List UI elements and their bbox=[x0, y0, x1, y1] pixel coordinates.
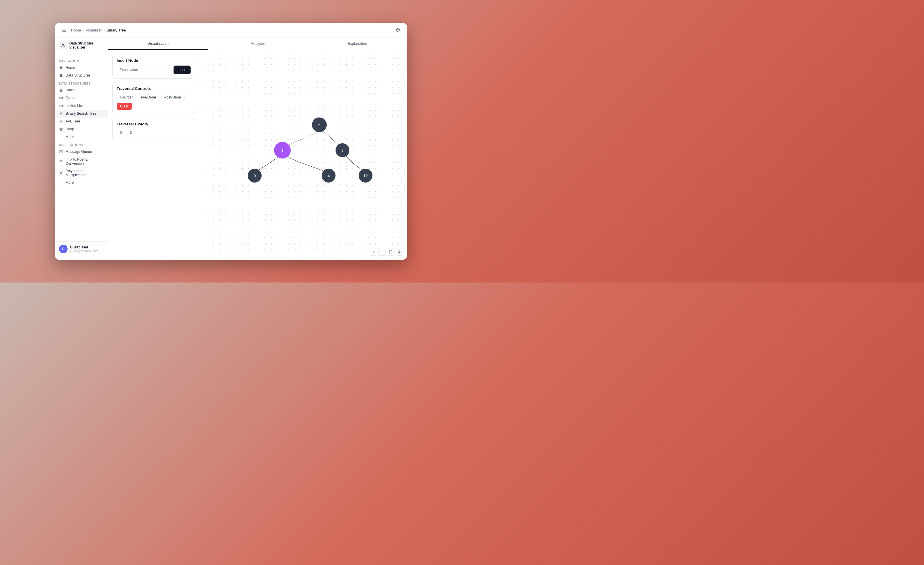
svg-rect-1 bbox=[62, 30, 66, 31]
avl-icon bbox=[59, 119, 63, 124]
sidebar: Data Structure Visualizer Navigation Hom… bbox=[55, 38, 108, 260]
app-logo: Data Structure Visualizer bbox=[55, 41, 108, 54]
sidebar-item-bst[interactable]: Binary Search Tree bbox=[55, 110, 108, 117]
svg-rect-10 bbox=[60, 90, 63, 90]
insert-button[interactable]: Insert bbox=[174, 66, 190, 74]
tab-explanation[interactable]: Explanation bbox=[308, 38, 407, 50]
svg-rect-9 bbox=[60, 89, 63, 89]
sidebar-item-home[interactable]: Home bbox=[55, 64, 108, 72]
sidebar-item-ds-label: Data Structures bbox=[66, 74, 91, 77]
svg-point-5 bbox=[63, 46, 64, 47]
traversal-controls-card: Traversal Controls In-Order Pre-Order Po… bbox=[112, 82, 195, 114]
sidebar-item-bst-label: Binary Search Tree bbox=[66, 111, 96, 116]
sidebar-item-data-structures[interactable]: Data Structures bbox=[55, 72, 108, 80]
traversal-history-title: Traversal History bbox=[117, 122, 190, 126]
breadcrumb-visualizer[interactable]: Visualizer bbox=[86, 28, 102, 32]
insert-input-row: Insert bbox=[117, 66, 190, 74]
breadcrumb: Home › Visualizer › Binary Tree bbox=[71, 28, 126, 32]
traversal-history-card: Traversal History 0 3 bbox=[112, 117, 195, 140]
breadcrumb-home[interactable]: Home bbox=[71, 28, 81, 32]
sidebar-item-queue-label: Queue bbox=[66, 96, 76, 100]
node-10[interactable]: 10 bbox=[358, 169, 372, 183]
sidebar-item-infix-label: Infix to Postfix Conversion bbox=[66, 158, 104, 165]
node-4[interactable]: 4 bbox=[322, 169, 336, 183]
viz-controls: + − bbox=[370, 248, 403, 255]
sidebar-item-ds-more[interactable]: ··· More bbox=[55, 133, 108, 141]
zoom-in-button[interactable]: + bbox=[370, 248, 377, 255]
sidebar-item-ds-more-label: More bbox=[66, 135, 74, 139]
infix-icon bbox=[59, 159, 63, 164]
node-0[interactable]: 0 bbox=[248, 169, 262, 183]
post-order-button[interactable]: Post-Order bbox=[161, 93, 184, 101]
sidebar-item-linked-list[interactable]: Linked List bbox=[55, 102, 108, 110]
tree-svg: 5 3 6 bbox=[199, 50, 407, 260]
svg-text:0: 0 bbox=[254, 174, 255, 178]
zoom-out-button[interactable]: − bbox=[378, 248, 386, 255]
settings-button[interactable] bbox=[394, 26, 402, 35]
user-info: Guest User guest@example.com bbox=[70, 245, 99, 253]
sidebar-item-queue[interactable]: Queue bbox=[55, 94, 108, 102]
svg-rect-12 bbox=[60, 97, 60, 99]
sidebar-item-stack-label: Stack bbox=[66, 88, 75, 92]
svg-rect-28 bbox=[60, 130, 62, 131]
tab-visualization[interactable]: Visualization bbox=[108, 38, 208, 50]
content-body: Insert Node Insert Traversal Controls In… bbox=[108, 50, 407, 260]
svg-rect-11 bbox=[60, 91, 63, 92]
lock-button[interactable] bbox=[396, 248, 403, 255]
svg-line-7 bbox=[63, 45, 64, 46]
svg-rect-26 bbox=[60, 128, 63, 128]
app-name: Data Structure Visualizer bbox=[69, 41, 93, 50]
linked-list-icon bbox=[59, 104, 63, 108]
pre-order-button[interactable]: Pre-Order bbox=[138, 93, 159, 101]
insert-node-card: Insert Node Insert bbox=[112, 54, 195, 78]
node-5[interactable]: 5 bbox=[312, 117, 327, 132]
bst-icon bbox=[59, 111, 63, 116]
user-chevron-icon: ⌃⌄ bbox=[101, 245, 104, 253]
node-3[interactable]: 3 bbox=[274, 142, 291, 159]
tab-analysis[interactable]: Analysis bbox=[208, 38, 308, 50]
sidebar-toggle-button[interactable] bbox=[60, 26, 68, 35]
node-6[interactable]: 6 bbox=[336, 143, 350, 157]
edge-3-4 bbox=[286, 156, 328, 173]
fullscreen-button[interactable] bbox=[387, 248, 394, 255]
in-order-button[interactable]: In-Order bbox=[117, 93, 136, 101]
svg-rect-27 bbox=[60, 129, 63, 129]
sidebar-item-heap[interactable]: Heap bbox=[55, 125, 108, 133]
svg-rect-15 bbox=[60, 105, 60, 107]
clear-button[interactable]: Clear bbox=[117, 103, 132, 110]
database-icon bbox=[59, 74, 63, 78]
tab-bar: Visualization Analysis Explanation bbox=[108, 38, 407, 50]
home-icon bbox=[59, 66, 63, 70]
sidebar-item-message-queue[interactable]: Message Queue bbox=[55, 148, 108, 156]
insert-value-input[interactable] bbox=[117, 66, 171, 74]
svg-rect-16 bbox=[61, 105, 62, 107]
svg-point-22 bbox=[62, 114, 62, 114]
sidebar-item-linked-list-label: Linked List bbox=[66, 104, 83, 108]
app-window: Home › Visualizer › Binary Tree bbox=[55, 23, 407, 260]
user-name: Guest User bbox=[70, 245, 99, 249]
user-profile[interactable]: G Guest User guest@example.com ⌃⌄ bbox=[55, 242, 108, 256]
app-section-label: Applications bbox=[55, 141, 108, 148]
svg-point-3 bbox=[62, 44, 64, 45]
sidebar-item-polynomial[interactable]: Polynomial Multiplication bbox=[55, 167, 108, 179]
ds-more-icon: ··· bbox=[59, 135, 63, 139]
breadcrumb-current: Binary Tree bbox=[107, 28, 126, 32]
svg-point-20 bbox=[61, 112, 62, 113]
heap-icon bbox=[59, 127, 63, 131]
sidebar-item-infix[interactable]: Infix to Postfix Conversion bbox=[55, 156, 108, 167]
stack-icon bbox=[59, 88, 63, 92]
sidebar-item-heap-label: Heap bbox=[66, 127, 74, 131]
sidebar-item-home-label: Home bbox=[66, 66, 75, 70]
svg-text:3: 3 bbox=[281, 148, 283, 153]
sidebar-item-stack[interactable]: Stack bbox=[55, 86, 108, 94]
sidebar-item-mq-label: Message Queue bbox=[66, 150, 92, 154]
content-area: Visualization Analysis Explanation Inser… bbox=[108, 38, 407, 260]
traversal-title: Traversal Controls bbox=[117, 86, 190, 91]
sidebar-item-app-more[interactable]: ··· More bbox=[55, 179, 108, 186]
sidebar-item-avl[interactable]: AVL Tree bbox=[55, 117, 108, 125]
visualization-area[interactable]: 5 3 6 bbox=[199, 50, 407, 260]
history-item-3: 3 bbox=[127, 129, 135, 136]
history-item-0: 0 bbox=[117, 129, 125, 136]
svg-line-23 bbox=[60, 113, 61, 114]
traversal-buttons: In-Order Pre-Order Post-Order Clear bbox=[117, 93, 190, 110]
